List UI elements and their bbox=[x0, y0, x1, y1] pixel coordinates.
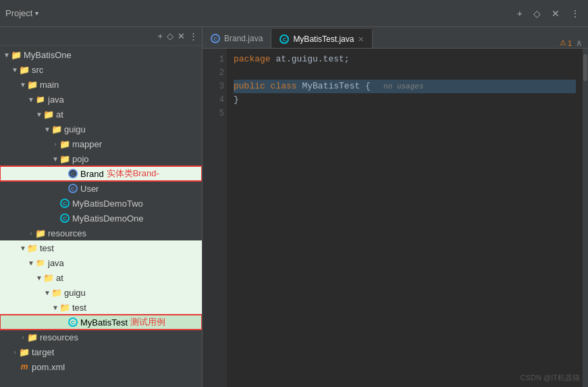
arrow-guigu-test: ▼ bbox=[43, 289, 51, 296]
label-src: src bbox=[32, 65, 43, 75]
arrow-java-main: ▼ bbox=[27, 96, 35, 103]
folder-icon-resources-test: 📁 bbox=[27, 332, 38, 342]
folder-icon-test-folder: 📁 bbox=[59, 302, 70, 313]
tree-item-at-main[interactable]: ▼ 📁 at bbox=[0, 107, 202, 122]
tree-item-java-test[interactable]: ▼ 📁 java bbox=[0, 255, 202, 270]
folder-icon-mybatisone: 📁 bbox=[11, 49, 22, 60]
sidebar-locate-icon[interactable]: ◇ bbox=[167, 31, 173, 41]
main-layout: + ◇ ✕ ⋮ ▼ 📁 MyBatisOne ▼ 📁 src bbox=[0, 27, 588, 387]
folder-icon-main: 📁 bbox=[27, 79, 38, 90]
class-icon-mybatisdemone: C bbox=[59, 213, 70, 224]
brand-annotation: 实体类Brand- bbox=[107, 167, 159, 180]
tree-item-main[interactable]: ▼ 📁 main bbox=[0, 77, 202, 92]
arrow-resources-test: › bbox=[19, 334, 27, 341]
tree-item-test-folder[interactable]: ▼ 📁 test bbox=[0, 300, 202, 315]
sidebar-close-icon[interactable]: ✕ bbox=[178, 31, 185, 41]
arrow-mapper: › bbox=[51, 140, 59, 148]
tree-item-java-main[interactable]: ▼ 📁 java bbox=[0, 92, 202, 107]
tree-item-at-test[interactable]: ▼ 📁 at bbox=[0, 270, 202, 285]
editor-tabs-right: ⚠ 1 ∧ bbox=[554, 38, 588, 48]
tab-mybatistest-icon: C bbox=[279, 34, 289, 44]
label-pojo: pojo bbox=[72, 154, 89, 164]
scroll-thumb bbox=[583, 54, 587, 81]
label-pom: pom.xml bbox=[32, 362, 65, 372]
arrow-target: › bbox=[11, 349, 19, 356]
arrow-test-folder: ▼ bbox=[51, 304, 59, 311]
tab-brand-label: Brand.java bbox=[224, 34, 263, 43]
folder-icon-at-main: 📁 bbox=[43, 109, 54, 120]
code-line-5 bbox=[234, 107, 576, 120]
label-resources-main: resources bbox=[48, 228, 86, 238]
locate-icon[interactable]: ◇ bbox=[531, 7, 543, 20]
tree-item-brand[interactable]: C Brand 实体类Brand- bbox=[0, 166, 202, 181]
arrow-pojo: ▼ bbox=[51, 155, 59, 163]
folder-icon-pojo: 📁 bbox=[59, 153, 70, 164]
label-guigu-main: guigu bbox=[64, 124, 86, 134]
folder-icon-guigu-test: 📁 bbox=[51, 287, 62, 298]
label-test: test bbox=[40, 243, 54, 253]
tree-item-mybatisdemone[interactable]: C MyBatisDemoOne bbox=[0, 211, 202, 226]
label-resources-test: resources bbox=[40, 332, 78, 342]
label-mybatistest: MyBatisTest bbox=[80, 317, 128, 328]
code-content[interactable]: package at.guigu.test; public class MyBa… bbox=[227, 49, 583, 387]
tree-item-mybatisone[interactable]: ▼ 📁 MyBatisOne bbox=[0, 47, 202, 62]
label-mapper: mapper bbox=[72, 139, 102, 149]
tree-item-src[interactable]: ▼ 📁 src bbox=[0, 62, 202, 77]
label-user: User bbox=[80, 184, 99, 194]
project-chevron-icon: ▾ bbox=[35, 9, 38, 17]
add-icon[interactable]: + bbox=[514, 7, 525, 20]
tree-item-mybatistest[interactable]: C MyBatisTest 测试用例 bbox=[0, 315, 202, 330]
vertical-scrollbar[interactable] bbox=[583, 49, 588, 387]
label-guigu-test: guigu bbox=[64, 288, 86, 298]
label-brand: Brand bbox=[80, 169, 104, 179]
arrow-test: ▼ bbox=[19, 244, 27, 252]
tree-item-target[interactable]: › 📁 target bbox=[0, 344, 202, 359]
tab-brand[interactable]: C Brand.java bbox=[203, 29, 271, 48]
label-mybatisdemone: MyBatisDemoOne bbox=[72, 213, 143, 224]
sidebar-more-icon[interactable]: ⋮ bbox=[189, 31, 198, 41]
line-numbers: 1 2 3 4 5 bbox=[203, 49, 227, 387]
folder-icon-java-main: 📁 bbox=[35, 94, 46, 105]
editor-more-icon[interactable]: ∧ bbox=[576, 38, 583, 48]
arrow-java-test: ▼ bbox=[27, 259, 35, 267]
class-icon-user: C bbox=[68, 183, 78, 194]
arrow-src: ▼ bbox=[11, 66, 19, 74]
tab-mybatistest-label: MyBatisTest.java bbox=[293, 34, 354, 44]
top-bar: Project ▾ + ◇ ✕ ⋮ bbox=[0, 0, 588, 27]
tree-item-mapper[interactable]: › 📁 mapper bbox=[0, 136, 202, 151]
label-at-main: at bbox=[56, 109, 63, 120]
label-test-folder: test bbox=[72, 303, 86, 313]
sidebar-add-icon[interactable]: + bbox=[157, 31, 163, 41]
tree-item-guigu-main[interactable]: ▼ 📁 guigu bbox=[0, 122, 202, 136]
more-icon[interactable]: ⋮ bbox=[568, 7, 583, 20]
folder-icon-target: 📁 bbox=[19, 346, 30, 357]
arrow-at-test: ▼ bbox=[35, 274, 43, 282]
tree-item-test[interactable]: ▼ 📁 test bbox=[0, 240, 202, 255]
project-tree: ▼ 📁 MyBatisOne ▼ 📁 src ▼ 📁 main bbox=[0, 46, 202, 387]
warning-count: 1 bbox=[568, 39, 572, 47]
folder-icon-java-test: 📁 bbox=[35, 257, 46, 268]
code-line-4: } bbox=[234, 93, 576, 107]
arrow-at-main: ▼ bbox=[35, 111, 43, 118]
folder-icon-mapper: 📁 bbox=[59, 138, 70, 149]
label-mybatisdemotwo: MyBatisDemoTwo bbox=[72, 199, 143, 209]
project-menu[interactable]: Project ▾ bbox=[5, 8, 38, 18]
label-java-test: java bbox=[48, 258, 64, 268]
tree-item-mybatisdemotwo[interactable]: C MyBatisDemoTwo bbox=[0, 196, 202, 211]
tree-item-guigu-test[interactable]: ▼ 📁 guigu bbox=[0, 285, 202, 300]
tab-mybatistest-close[interactable]: ✕ bbox=[358, 35, 364, 44]
close-icon[interactable]: ✕ bbox=[549, 7, 562, 20]
class-icon-brand: C bbox=[68, 168, 78, 179]
tree-item-resources-main[interactable]: › 📁 resources bbox=[0, 226, 202, 240]
tree-item-pom[interactable]: m pom.xml bbox=[0, 359, 202, 374]
tab-mybatistest[interactable]: C MyBatisTest.java ✕ bbox=[271, 29, 373, 48]
tree-item-user[interactable]: C User bbox=[0, 181, 202, 196]
class-icon-mybatisdemotwo: C bbox=[59, 198, 70, 209]
folder-icon-at-test: 📁 bbox=[43, 272, 54, 283]
sidebar: + ◇ ✕ ⋮ ▼ 📁 MyBatisOne ▼ 📁 src bbox=[0, 27, 203, 387]
label-java-main: java bbox=[48, 95, 64, 105]
tree-item-pojo[interactable]: ▼ 📁 pojo bbox=[0, 151, 202, 166]
arrow-guigu-main: ▼ bbox=[43, 126, 51, 133]
editor-tabs: C Brand.java C MyBatisTest.java ✕ ⚠ 1 ∧ bbox=[203, 27, 588, 49]
tree-item-resources-test[interactable]: › 📁 resources bbox=[0, 330, 202, 344]
